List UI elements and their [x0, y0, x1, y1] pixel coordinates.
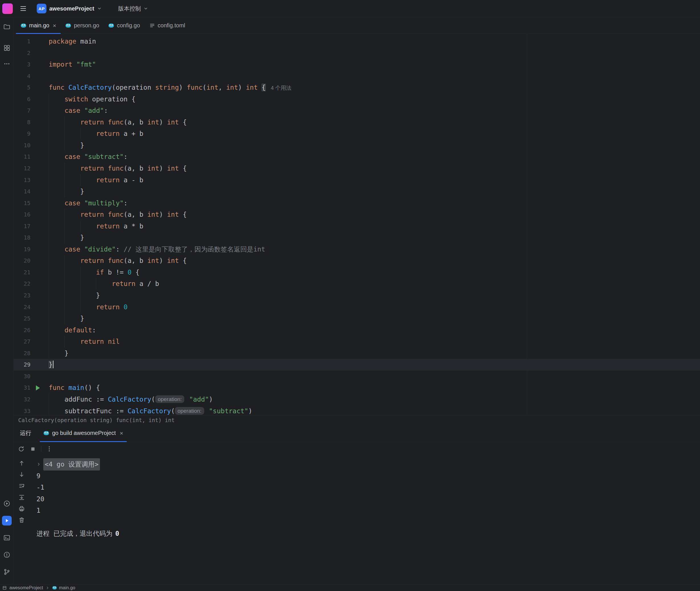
gutter-cell[interactable]: 27	[14, 336, 49, 347]
problems-icon[interactable]	[2, 550, 12, 560]
line-number[interactable]: 17	[24, 220, 30, 232]
usages-inlay-hint[interactable]: 4 个用法	[271, 85, 292, 91]
run-tab-go-build[interactable]: go build awesomeProject ×	[40, 424, 127, 442]
gutter-cell[interactable]: 4	[14, 70, 49, 82]
gutter-cell[interactable]: 21	[14, 267, 49, 278]
line-number[interactable]: 24	[24, 301, 30, 313]
run-tool-window-icon[interactable]	[2, 516, 12, 525]
code-line[interactable]: 18}	[14, 232, 700, 244]
code-text[interactable]: return func(a, b int) int {	[49, 255, 700, 267]
code-text[interactable]: case "multiply":	[49, 197, 700, 209]
gutter-cell[interactable]: 7	[14, 105, 49, 117]
line-number[interactable]: 14	[24, 186, 30, 197]
code-line[interactable]: 9return a + b	[14, 128, 700, 140]
code-line[interactable]: 23}	[14, 290, 700, 301]
tab-config-toml[interactable]: config.toml	[145, 17, 190, 34]
line-number[interactable]: 2	[27, 47, 30, 59]
run-line-icon[interactable]	[36, 385, 40, 391]
line-number[interactable]: 10	[24, 140, 30, 151]
code-text[interactable]: return func(a, b int) int {	[49, 209, 700, 220]
close-icon[interactable]: ×	[120, 430, 123, 437]
line-number[interactable]: 22	[24, 278, 30, 290]
code-line[interactable]: 27return nil	[14, 336, 700, 347]
structure-icon[interactable]	[2, 43, 12, 53]
line-number[interactable]: 23	[24, 290, 30, 301]
code-line[interactable]: 25}	[14, 313, 700, 324]
gutter-cell[interactable]: 12	[14, 162, 49, 174]
line-number[interactable]: 27	[24, 336, 30, 347]
print-icon[interactable]	[18, 505, 25, 512]
gutter-cell[interactable]: 31	[14, 382, 49, 394]
gutter-cell[interactable]: 22	[14, 278, 49, 290]
line-number[interactable]: 13	[24, 174, 30, 186]
main-menu-button[interactable]	[17, 3, 29, 14]
line-number[interactable]: 6	[27, 93, 30, 105]
code-line[interactable]: 8return func(a, b int) int {	[14, 117, 700, 128]
code-line[interactable]: 17return a * b	[14, 220, 700, 232]
code-text[interactable]	[49, 70, 700, 82]
close-icon[interactable]: ×	[53, 22, 56, 28]
code-text[interactable]: }	[49, 232, 700, 244]
code-text[interactable]: return a * b	[49, 220, 700, 232]
code-text[interactable]: case "add":	[49, 105, 700, 117]
code-line[interactable]: 21if b != 0 {	[14, 267, 700, 278]
code-text[interactable]: addFunc := CalcFactory(operation: "add")	[49, 394, 700, 405]
code-line[interactable]: 14}	[14, 186, 700, 197]
code-line[interactable]: 10}	[14, 140, 700, 151]
gutter-cell[interactable]: 25	[14, 313, 49, 324]
line-number[interactable]: 26	[24, 324, 30, 336]
gutter-cell[interactable]: 18	[14, 232, 49, 244]
code-text[interactable]: }	[49, 313, 700, 324]
code-line[interactable]: 12return func(a, b int) int {	[14, 162, 700, 174]
tab-config-go[interactable]: config.go	[104, 17, 144, 34]
more-options-icon[interactable]	[46, 446, 53, 452]
code-line[interactable]: 24return 0	[14, 301, 700, 313]
go-setup-fold[interactable]: <4 go 设置调用>	[43, 458, 100, 470]
code-text[interactable]: return func(a, b int) int {	[49, 162, 700, 174]
code-line[interactable]: 30	[14, 371, 700, 382]
line-number[interactable]: 11	[24, 151, 30, 162]
code-line[interactable]: 32addFunc := CalcFactory(operation: "add…	[14, 394, 700, 405]
code-text[interactable]: default:	[49, 324, 700, 336]
gutter-cell[interactable]: 1	[14, 36, 49, 47]
gutter-cell[interactable]: 11	[14, 151, 49, 162]
code-line[interactable]: 13return a - b	[14, 174, 700, 186]
fold-chevron-icon[interactable]	[37, 462, 41, 466]
more-tool-windows-icon[interactable]	[2, 59, 12, 69]
code-line[interactable]: 31func main() {	[14, 382, 700, 394]
line-number[interactable]: 5	[27, 82, 30, 93]
gutter-cell[interactable]: 9	[14, 128, 49, 140]
code-text[interactable]: }	[49, 186, 700, 197]
gutter-cell[interactable]: 5	[14, 82, 49, 93]
line-number[interactable]: 8	[27, 117, 30, 128]
code-line[interactable]: 7case "add":	[14, 105, 700, 117]
gutter-cell[interactable]: 14	[14, 186, 49, 197]
window-layout-icon[interactable]	[2, 586, 7, 590]
console-output[interactable]: <4 go 设置调用> 9 -1 20 1 进程 已完成，退出代码为 0	[29, 456, 700, 584]
line-number[interactable]: 31	[24, 382, 30, 394]
line-number[interactable]: 21	[24, 267, 30, 278]
gutter-cell[interactable]: 13	[14, 174, 49, 186]
code-text[interactable]: return 0	[49, 301, 700, 313]
line-number[interactable]: 7	[27, 105, 30, 117]
code-text[interactable]: return a - b	[49, 174, 700, 186]
code-text[interactable]: }	[49, 290, 700, 301]
code-text[interactable]: }	[49, 140, 700, 151]
code-line[interactable]: 5func CalcFactory(operation string) func…	[14, 82, 700, 93]
gutter-cell[interactable]: 29	[14, 359, 49, 371]
line-number[interactable]: 32	[24, 394, 30, 405]
code-line[interactable]: 26default:	[14, 324, 700, 336]
gutter-cell[interactable]: 26	[14, 324, 49, 336]
code-line[interactable]: 2	[14, 47, 700, 59]
gutter-cell[interactable]: 24	[14, 301, 49, 313]
code-text[interactable]: return func(a, b int) int {	[49, 117, 700, 128]
code-text[interactable]: return nil	[49, 336, 700, 347]
gutter-cell[interactable]: 20	[14, 255, 49, 267]
tab-person-go[interactable]: person.go	[61, 17, 104, 34]
run-configurations-icon[interactable]	[2, 499, 12, 508]
line-number[interactable]: 3	[27, 59, 30, 70]
code-line[interactable]: 19case "divide": // 这里是向下取整了，因为函数签名返回是in…	[14, 244, 700, 255]
code-text[interactable]	[49, 47, 700, 59]
breadcrumb-file[interactable]: main.go	[52, 585, 75, 590]
terminal-icon[interactable]	[2, 533, 12, 542]
